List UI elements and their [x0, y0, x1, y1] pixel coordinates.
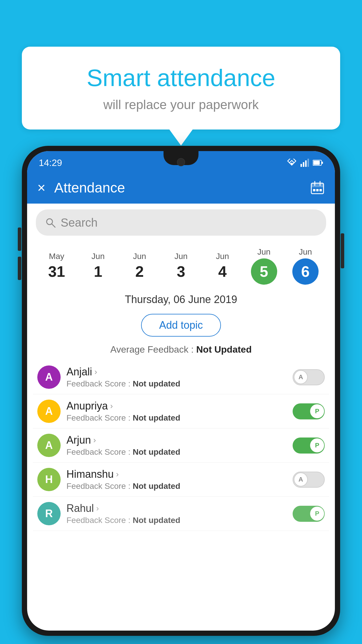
svg-rect-5	[313, 161, 320, 165]
phone-container: 14:29	[22, 146, 340, 644]
date-col-jun6[interactable]: Jun 6	[285, 247, 326, 285]
hero-section: Smart attendance will replace your paper…	[22, 47, 340, 146]
avatar-himanshu: H	[37, 468, 61, 491]
student-name-anupriya: Anupriya ›	[66, 400, 287, 412]
close-button[interactable]: ×	[37, 180, 45, 196]
phone-notch	[164, 151, 198, 165]
date-col-jun1[interactable]: Jun 1	[77, 252, 119, 280]
student-item-anjali[interactable]: A Anjali › Feedback Score : Not updated …	[33, 360, 329, 394]
speech-bubble-tail	[169, 130, 193, 146]
volume-up-button[interactable]	[18, 228, 21, 251]
student-info-anjali: Anjali › Feedback Score : Not updated	[66, 366, 287, 388]
svg-rect-2	[305, 160, 307, 167]
date-col-jun3[interactable]: Jun 3	[160, 252, 202, 280]
student-name-rahul: Rahul ›	[66, 502, 287, 514]
student-name-anjali: Anjali ›	[66, 366, 287, 378]
avatar-anupriya: A	[37, 400, 61, 423]
speech-bubble: Smart attendance will replace your paper…	[22, 47, 340, 130]
avg-feedback-value: Not Updated	[196, 344, 252, 355]
student-name-himanshu: Himanshu ›	[66, 468, 287, 480]
attendance-toggle-anjali[interactable]: A	[293, 369, 325, 385]
selected-date: Thursday, 06 June 2019	[125, 293, 237, 305]
date-strip: May 31 Jun 1 Jun 2 Jun 3	[27, 242, 335, 288]
chevron-icon-anupriya: ›	[110, 401, 113, 411]
svg-rect-0	[301, 164, 302, 167]
student-name-arjun: Arjun ›	[66, 434, 287, 446]
svg-rect-3	[307, 159, 309, 167]
attendance-toggle-rahul[interactable]: P	[293, 506, 325, 522]
attendance-toggle-himanshu[interactable]: A	[293, 472, 325, 488]
attendance-toggle-arjun[interactable]: P	[293, 438, 325, 454]
date-col-jun4[interactable]: Jun 4	[202, 252, 243, 280]
volume-down-button[interactable]	[18, 257, 21, 280]
student-list: A Anjali › Feedback Score : Not updated …	[27, 360, 335, 531]
student-info-himanshu: Himanshu › Feedback Score : Not updated	[66, 468, 287, 491]
svg-rect-8	[311, 183, 324, 187]
date-col-may31[interactable]: May 31	[36, 252, 77, 280]
chevron-icon-himanshu: ›	[116, 470, 119, 479]
student-info-arjun: Arjun › Feedback Score : Not updated	[66, 434, 287, 457]
signal-icon	[301, 159, 309, 167]
svg-rect-12	[316, 189, 319, 191]
search-bar[interactable]: Search	[36, 209, 326, 236]
avatar-arjun: A	[37, 434, 61, 457]
student-feedback-himanshu: Feedback Score : Not updated	[66, 482, 287, 491]
student-info-anupriya: Anupriya › Feedback Score : Not updated	[66, 400, 287, 423]
avg-feedback-label: Average Feedback :	[110, 344, 194, 355]
student-item-himanshu[interactable]: H Himanshu › Feedback Score : Not update…	[33, 463, 329, 497]
power-button[interactable]	[341, 233, 344, 268]
phone-screen: 14:29	[27, 151, 335, 631]
front-camera	[177, 158, 185, 166]
app-bar: × Attendance	[27, 172, 335, 204]
svg-rect-6	[322, 162, 323, 164]
svg-rect-11	[313, 189, 315, 191]
student-item-anupriya[interactable]: A Anupriya › Feedback Score : Not update…	[33, 394, 329, 428]
app-title: Attendance	[54, 180, 301, 196]
status-icons	[287, 159, 323, 167]
student-info-rahul: Rahul › Feedback Score : Not updated	[66, 502, 287, 525]
calendar-icon[interactable]	[310, 180, 325, 195]
svg-line-15	[52, 224, 55, 227]
date-col-jun5[interactable]: Jun 5	[243, 247, 284, 285]
phone-frame: 14:29	[22, 146, 340, 636]
date-col-jun2[interactable]: Jun 2	[119, 252, 160, 280]
date-info: Thursday, 06 June 2019	[27, 288, 335, 309]
student-feedback-anupriya: Feedback Score : Not updated	[66, 413, 287, 423]
battery-icon	[313, 160, 323, 166]
avatar-anjali: A	[37, 365, 61, 389]
search-icon	[45, 217, 56, 228]
student-feedback-rahul: Feedback Score : Not updated	[66, 516, 287, 525]
chevron-icon-arjun: ›	[93, 435, 96, 445]
student-feedback-anjali: Feedback Score : Not updated	[66, 379, 287, 388]
hero-title: Smart attendance	[45, 64, 317, 92]
hero-subtitle: will replace your paperwork	[45, 97, 317, 112]
status-time: 14:29	[39, 158, 62, 168]
student-feedback-arjun: Feedback Score : Not updated	[66, 447, 287, 457]
add-topic-button[interactable]: Add topic	[141, 314, 221, 337]
svg-rect-1	[303, 162, 304, 167]
wifi-icon	[287, 159, 297, 167]
avg-feedback: Average Feedback : Not Updated	[27, 342, 335, 360]
chevron-icon-anjali: ›	[94, 367, 97, 377]
avatar-rahul: R	[37, 502, 61, 525]
student-item-arjun[interactable]: A Arjun › Feedback Score : Not updated P	[33, 428, 329, 463]
chevron-icon-rahul: ›	[96, 504, 99, 513]
search-placeholder: Search	[61, 216, 98, 229]
student-item-rahul[interactable]: R Rahul › Feedback Score : Not updated P	[33, 497, 329, 531]
attendance-toggle-anupriya[interactable]: P	[293, 403, 325, 419]
svg-rect-13	[319, 189, 322, 191]
